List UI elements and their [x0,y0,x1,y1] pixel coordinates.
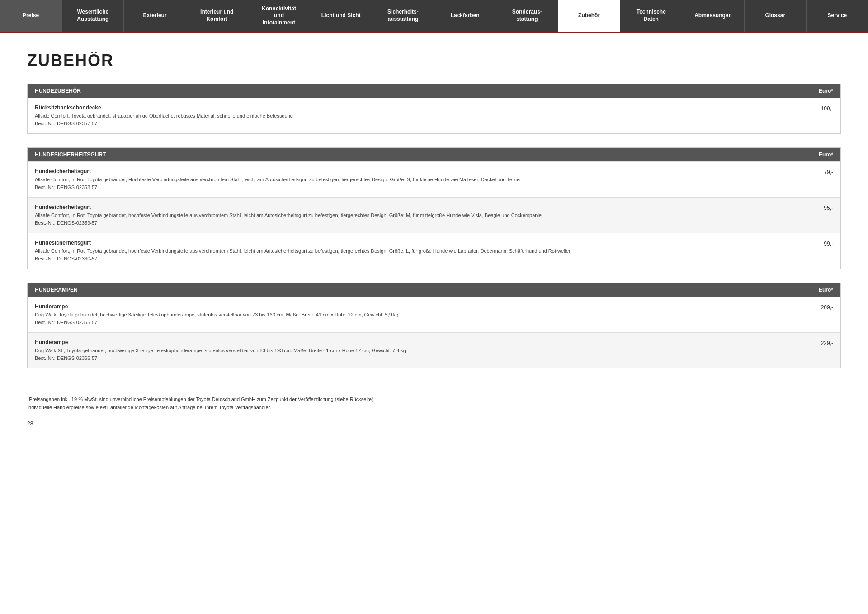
row-description: Dog Walk XL, Toyota gebrandet, hochwerti… [35,347,797,362]
main-content: ZUBEHÖR HUNDEZUBEHÖR Euro* Rücksitzbanks… [0,33,868,454]
table-row: Hundesicherheitsgurt Allsafe Comfort, in… [28,161,840,197]
row-description: Allsafe Comfort, in Rot, Toyota gebrande… [35,247,797,262]
row-description: Allside Comfort, Toyota gebrandet, strap… [35,112,797,127]
nav-item-zubehoer[interactable]: Zubehör [558,0,620,33]
section-header-hunderampen: HUNDERAMPEN Euro* [28,283,840,297]
row-content: Hundesicherheitsgurt Allsafe Comfort, in… [35,168,806,191]
table-row: Hunderampe Dog Walk, Toyota gebrandet, h… [28,297,840,332]
table-row: Rücksitzbankschondecke Allside Comfort, … [28,98,840,133]
table-row: Hundesicherheitsgurt Allsafe Comfort, in… [28,197,840,233]
table-row: Hunderampe Dog Walk XL, Toyota gebrandet… [28,332,840,368]
nav-item-preise[interactable]: Preise [0,0,62,32]
nav-item-lackfarben[interactable]: Lackfarben [434,0,496,32]
section-header-hundesicherheitsgurt: HUNDESICHERHEITSGURT Euro* [28,148,840,161]
row-content: Hundesicherheitsgurt Allsafe Comfort, in… [35,204,806,227]
footnote: *Preisangaben inkl. 19 % MwSt. sind unve… [27,396,841,411]
nav-item-konnektivitaet[interactable]: Konnektivität und Infotainment [248,0,310,32]
section-hundezubehoer: HUNDEZUBEHÖR Euro* Rücksitzbankschondeck… [27,84,841,134]
nav-item-sicherheitsausstattung[interactable]: Sicherheits- ausstattung [372,0,434,32]
table-row: Hundesicherheitsgurt Allsafe Comfort, in… [28,233,840,269]
row-description: Allsafe Comfort, in Rot, Toyota gebrande… [35,212,797,227]
section-hunderampen: HUNDERAMPEN Euro* Hunderampe Dog Walk, T… [27,283,841,368]
row-content: Hundesicherheitsgurt Allsafe Comfort, in… [35,240,806,262]
page-number: 28 [27,420,841,427]
row-content: Rücksitzbankschondecke Allside Comfort, … [35,104,806,127]
nav-item-sonderausstattung[interactable]: Sonderaus- stattung [496,0,558,32]
nav-item-interieur-komfort[interactable]: Interieur und Komfort [186,0,248,32]
row-description: Dog Walk, Toyota gebrandet, hochwertige … [35,311,797,326]
row-description: Allsafe Comfort, in Rot, Toyota gebrande… [35,176,797,191]
page-title: ZUBEHÖR [27,51,841,70]
nav-item-glossar[interactable]: Glossar [745,0,807,32]
nav-item-licht-sicht[interactable]: Licht und Sicht [310,0,372,32]
nav-item-exterieur[interactable]: Exterieur [124,0,186,32]
section-header-hundezubehoer: HUNDEZUBEHÖR Euro* [28,84,840,98]
top-navigation: Preise Wesentliche Ausstattung Exterieur… [0,0,868,33]
nav-item-service[interactable]: Service [807,0,868,32]
row-content: Hunderampe Dog Walk, Toyota gebrandet, h… [35,303,806,326]
nav-item-wesentliche-ausstattung[interactable]: Wesentliche Ausstattung [62,0,124,32]
row-content: Hunderampe Dog Walk XL, Toyota gebrandet… [35,339,806,362]
nav-item-abmessungen[interactable]: Abmessungen [682,0,744,32]
section-hundesicherheitsgurt: HUNDESICHERHEITSGURT Euro* Hundesicherhe… [27,147,841,269]
nav-item-technische-daten[interactable]: Technische Daten [620,0,682,32]
